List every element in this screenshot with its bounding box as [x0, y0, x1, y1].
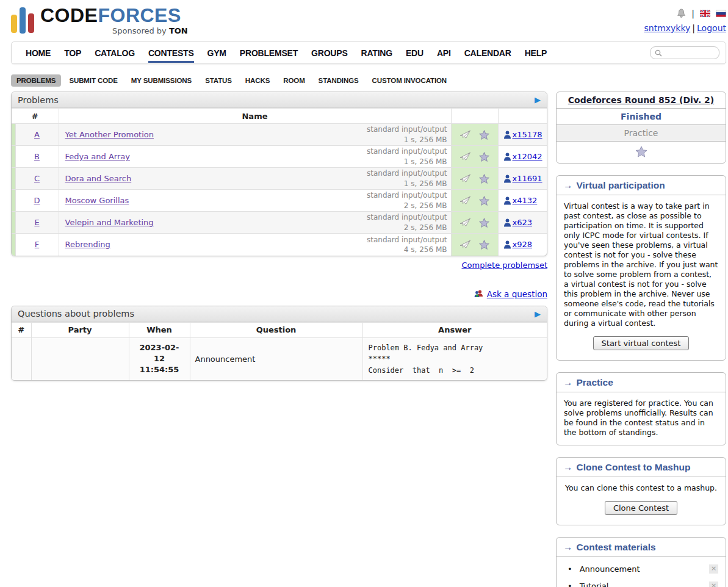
nav-item-rating[interactable]: RATING [361, 42, 392, 63]
clone-contest-button[interactable]: Clone Contest [605, 501, 677, 515]
problem-letter-link[interactable]: F [35, 240, 39, 249]
person-icon [503, 218, 511, 227]
start-virtual-contest-button[interactable]: Start virtual contest [593, 336, 690, 350]
star-icon[interactable] [479, 130, 489, 140]
col-header-index: # [12, 109, 59, 124]
problem-io: standard input/output [367, 146, 447, 156]
flag-ru-icon[interactable] [716, 10, 726, 17]
nav-item-home[interactable]: HOME [26, 42, 51, 63]
problem-limits: 1 s, 256 MB [367, 135, 447, 145]
question-row: 2023-02-12 11:54:55 Announcement Problem… [12, 337, 547, 380]
submit-plane-icon[interactable] [460, 152, 471, 162]
solved-count-link[interactable]: x623 [513, 218, 533, 227]
nav-item-contests[interactable]: CONTESTS [148, 42, 194, 63]
codeforces-logo[interactable]: CODEFORCES Sponsored by TON [11, 5, 188, 35]
bell-icon[interactable] [677, 9, 686, 18]
search-box[interactable] [650, 46, 719, 59]
nav-item-groups[interactable]: GROUPS [311, 42, 347, 63]
practice-description: You are registered for practice. You can… [564, 398, 713, 437]
problem-letter-link[interactable]: D [34, 196, 40, 205]
material-link[interactable]: Announcement [580, 564, 640, 574]
star-icon[interactable] [479, 240, 489, 250]
problem-limits: 1 s, 256 MB [367, 157, 447, 167]
solved-count-link[interactable]: x15178 [513, 130, 542, 139]
subnav-item-status[interactable]: STATUS [200, 74, 237, 87]
logo-text: CODEFORCES [40, 5, 188, 26]
subnav-item-standings[interactable]: STANDINGS [313, 74, 364, 87]
subnav-item-room[interactable]: ROOM [278, 74, 310, 87]
nav-item-gym[interactable]: GYM [207, 42, 226, 63]
problem-title-link[interactable]: Rebrending [65, 240, 110, 249]
problem-title-link[interactable]: Velepin and Marketing [65, 218, 154, 227]
nav-item-top[interactable]: TOP [64, 42, 81, 63]
practice-box: →Practice You are registered for practic… [556, 372, 726, 445]
complete-problemset-link[interactable]: Complete problemset [462, 261, 547, 270]
logout-link[interactable]: Logout [697, 23, 726, 33]
submit-plane-icon[interactable] [460, 130, 471, 140]
problem-letter-link[interactable]: C [34, 174, 40, 183]
problem-constraints: standard input/output 2 s, 256 MB [367, 212, 447, 232]
contest-info-box: Codeforces Round 852 (Div. 2) Finished P… [556, 92, 726, 164]
questions-widget: Questions about problems ▶ #PartyWhenQue… [11, 306, 547, 381]
subnav-item-custom-invocation[interactable]: CUSTOM INVOCATION [367, 74, 452, 87]
nav-item-problemset[interactable]: PROBLEMSET [240, 42, 298, 63]
flag-en-icon[interactable] [700, 10, 710, 17]
solved-count-link[interactable]: x928 [513, 240, 533, 249]
material-item: • Announcement × [568, 564, 718, 574]
subnav-item-problems[interactable]: PROBLEMS [11, 74, 61, 87]
username-link[interactable]: sntmxykky [644, 23, 690, 33]
expand-arrow-icon[interactable]: ▶ [535, 95, 541, 104]
submit-plane-icon[interactable] [460, 218, 471, 228]
nav-item-api[interactable]: API [437, 42, 451, 63]
solved-count-link[interactable]: x12042 [513, 152, 542, 161]
submit-plane-icon[interactable] [460, 174, 471, 184]
nav-item-edu[interactable]: EDU [406, 42, 423, 63]
problem-row: B Fedya and Array standard input/output … [12, 146, 547, 168]
nav-item-calendar[interactable]: CALENDAR [464, 42, 511, 63]
subnav-item-submit-code[interactable]: SUBMIT CODE [63, 74, 123, 87]
subnav-item-hacks[interactable]: HACKS [240, 74, 275, 87]
material-link[interactable]: Tutorial [580, 582, 609, 587]
star-icon[interactable] [479, 218, 489, 228]
ask-question-link[interactable]: Ask a question [487, 289, 547, 299]
problem-title-link[interactable]: Moscow Gorillas [65, 196, 129, 205]
page: CODEFORCES Sponsored by TON | [11, 0, 726, 587]
expand-arrow-icon[interactable]: ▶ [535, 309, 541, 319]
submit-plane-icon[interactable] [460, 240, 471, 250]
problem-title-link[interactable]: Yet Another Promotion [65, 130, 154, 139]
problem-letter-link[interactable]: E [34, 218, 39, 227]
problem-title-link[interactable]: Dora and Search [65, 174, 132, 183]
bullet-icon: • [568, 564, 572, 574]
problem-constraints: standard input/output 2 s, 256 MB [367, 190, 447, 210]
problem-title-link[interactable]: Fedya and Array [65, 152, 130, 161]
logo-sponsored: Sponsored by TON [112, 26, 188, 35]
problem-io: standard input/output [367, 124, 447, 134]
problem-row: C Dora and Search standard input/output … [12, 168, 547, 190]
clone-mashup-box: →Clone Contest to Mashup You can clone t… [556, 457, 726, 525]
star-icon[interactable] [479, 174, 489, 184]
submit-plane-icon[interactable] [460, 196, 471, 206]
close-icon[interactable]: × [709, 582, 718, 587]
problems-table: # Name A Yet Another Promotion standard … [12, 108, 547, 256]
problem-io: standard input/output [367, 168, 447, 178]
nav-item-help[interactable]: HELP [525, 42, 547, 63]
subnav-item-my-submissions[interactable]: MY SUBMISSIONS [126, 74, 197, 87]
solved-count-link[interactable]: x11691 [513, 174, 542, 183]
question-when: 2023-02-12 11:54:55 [129, 337, 190, 380]
solved-count-link[interactable]: x4132 [513, 196, 538, 205]
header-separator: | [691, 9, 694, 18]
questions-caption: Questions about problems [18, 309, 134, 319]
star-icon[interactable] [635, 146, 647, 157]
nav-item-catalog[interactable]: CATALOG [95, 42, 135, 63]
problem-row: F Rebrending standard input/output 4 s, … [12, 234, 547, 256]
star-icon[interactable] [479, 196, 489, 206]
problem-letter-link[interactable]: B [34, 152, 40, 161]
bullet-icon: • [568, 582, 572, 587]
contest-title-link[interactable]: Codeforces Round 852 (Div. 2) [568, 95, 714, 105]
search-input[interactable] [665, 49, 716, 57]
close-icon[interactable]: × [709, 564, 718, 574]
questions-col-answer: Answer [362, 322, 547, 337]
star-icon[interactable] [479, 152, 489, 162]
problem-constraints: standard input/output 1 s, 256 MB [367, 124, 447, 144]
problem-letter-link[interactable]: A [34, 130, 40, 139]
